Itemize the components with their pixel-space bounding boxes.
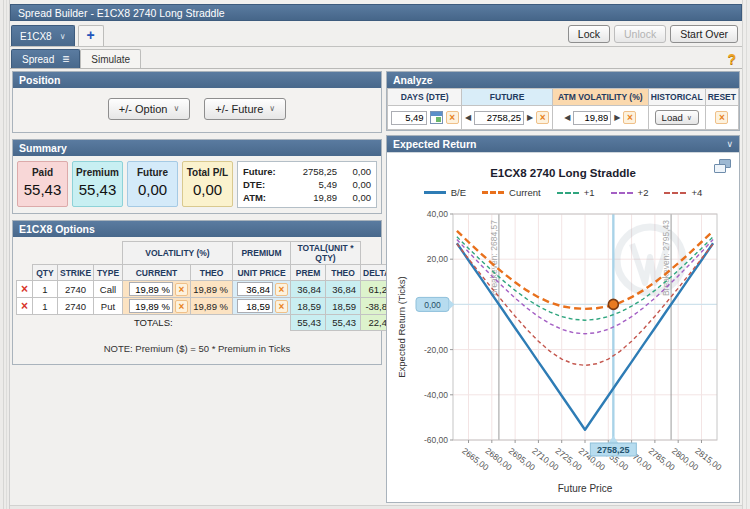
put-theo: 18,59 [326,298,361,315]
col-days-dte: DAYS (DTE) [388,89,462,106]
options-panel-header: E1CX8 Options [13,221,381,237]
view-tab-bar: Spread ≡ Simulate ? [10,47,742,69]
increase-vol-icon[interactable]: ▶ [614,113,620,122]
calendar-icon[interactable] [430,111,443,124]
delete-row-icon[interactable]: × [21,299,28,313]
help-icon[interactable]: ? [727,51,736,67]
legend-label: B/E [451,187,466,198]
options-table-wrap: VOLATILITY (%) PREMIUM TOTAL(UNIT * QTY)… [13,237,381,364]
chevron-down-icon: ∨ [269,104,275,113]
totals-label: TOTALS: [17,315,291,331]
put-current-vol-input[interactable] [129,299,173,313]
paid-box: Paid 55,43 [17,161,68,207]
tab-simulate-label: Simulate [91,54,130,65]
start-over-button[interactable]: Start Over [670,25,738,43]
chart-legend: B/E Current +1 +2 +4 [387,187,739,198]
add-future-button[interactable]: +/- Future ∨ [204,98,286,120]
svg-text:2815,00: 2815,00 [693,446,724,473]
legend-swatch [424,191,446,194]
atm-vol-input[interactable] [573,111,611,125]
delete-row-icon[interactable]: × [21,282,28,296]
clear-icon[interactable]: × [623,111,636,124]
svg-text:Breakeven: 2684,57: Breakeven: 2684,57 [489,220,499,296]
decrease-vol-icon[interactable]: ◀ [564,113,570,122]
options-panel: E1CX8 Options VOLATILITY (%) [12,220,382,365]
spread-builder-window: Spread Builder - E1CX8 2740 Long Straddl… [10,4,742,505]
clear-icon[interactable]: × [536,111,549,124]
premium-label: Premium [73,167,122,178]
legend-swatch [664,192,686,194]
call-theo-vol: 19,89 % [191,281,233,298]
summary-title: Summary [19,142,67,154]
future-label: Future [128,167,177,178]
unlock-button[interactable]: Unlock [614,25,666,43]
premium-note: NOTE: Premium ($) = 50 * Premium in Tick… [16,343,378,354]
call-theo: 36,84 [326,281,361,298]
call-unit-price-input[interactable] [237,282,273,296]
future-box: Future 0,00 [127,161,178,207]
put-unit-price-input[interactable] [237,299,273,313]
increase-future-icon[interactable]: ▶ [527,113,533,122]
collapse-icon[interactable]: ∨ [726,139,733,149]
legend-label: Current [509,187,541,198]
menu-icon: ≡ [62,54,69,64]
info-row-dte: DTE: 5,49 0,00 [243,178,371,191]
main-content: Position +/- Option ∨ +/- Future ∨ [10,69,742,504]
tab-simulate[interactable]: Simulate [80,49,141,68]
decrease-future-icon[interactable]: ◀ [465,113,471,122]
put-prem: 18,59 [291,298,326,315]
call-current-vol-input[interactable] [129,282,173,296]
col-unit-price: UNIT PRICE [233,265,291,281]
analyze-panel-header: Analyze [387,72,739,88]
col-qty: QTY [33,265,58,281]
position-body: +/- Option ∨ +/- Future ∨ [13,88,381,132]
expected-return-svg: Breakeven: 2684,57Breakeven: 2795,432665… [395,200,731,498]
add-option-button[interactable]: +/- Option ∨ [108,98,190,120]
bottom-splitter[interactable] [10,505,742,509]
add-tab-button[interactable]: + [78,25,104,46]
dte-input[interactable] [391,111,427,125]
lock-button[interactable]: Lock [568,25,610,43]
group-header-volatility: VOLATILITY (%) [123,242,233,265]
print-chart-icon[interactable] [714,159,731,173]
clear-icon[interactable]: × [446,111,459,124]
tab-instrument-e1cx8[interactable]: E1CX8 ∨ [11,25,75,46]
window-titlebar: Spread Builder - E1CX8 2740 Long Straddl… [10,4,742,21]
analyze-panel: Analyze DAYS (DTE) FUTURE ATM VOLATILITY… [386,71,740,131]
tab-spread-label: Spread [22,54,54,65]
legend-swatch [557,192,579,194]
col-current: CURRENT [123,265,191,281]
paid-label: Paid [18,167,67,178]
call-strike: 2740 [58,281,94,298]
clear-icon[interactable]: × [175,283,188,296]
right-column: Analyze DAYS (DTE) FUTURE ATM VOLATILITY… [386,71,740,502]
right-splitter[interactable] [742,0,750,509]
chart-area: E1CX8 2740 Long Straddle B/E Current +1 … [387,152,739,502]
reset-icon[interactable]: × [715,111,728,124]
svg-text:0,00: 0,00 [424,300,441,310]
col-reset: RESET [705,89,738,106]
clear-icon[interactable]: × [175,300,188,313]
clear-icon[interactable]: × [275,283,288,296]
summary-panel-header: Summary [13,140,381,156]
put-theo-vol: 19,89 % [191,298,233,315]
put-type: Put [94,298,123,315]
future-value: 0,00 [128,181,177,198]
legend-item: +4 [664,187,702,198]
expected-return-panel: Expected Return ∨ E1CX8 2740 Long Stradd… [386,135,740,503]
call-qty: 1 [33,281,58,298]
tab-instrument-label: E1CX8 [20,31,52,42]
tab-spread[interactable]: Spread ≡ [11,49,80,68]
left-splitter[interactable] [0,0,10,509]
col-theo: THEO [326,265,361,281]
col-atm-volatility: ATM VOLATILITY (%) [552,89,648,106]
clear-icon[interactable]: × [275,300,288,313]
future-input[interactable] [474,111,524,125]
put-qty: 1 [33,298,58,315]
legend-label: +1 [584,187,595,198]
legend-item: +1 [557,187,595,198]
chevron-down-icon: ∨ [60,32,66,41]
load-historical-button[interactable]: Load ∨ [655,110,699,125]
summary-panel: Summary Paid 55,43 Premium 55,43 Future [12,139,382,214]
svg-text:Future Price: Future Price [558,483,613,494]
